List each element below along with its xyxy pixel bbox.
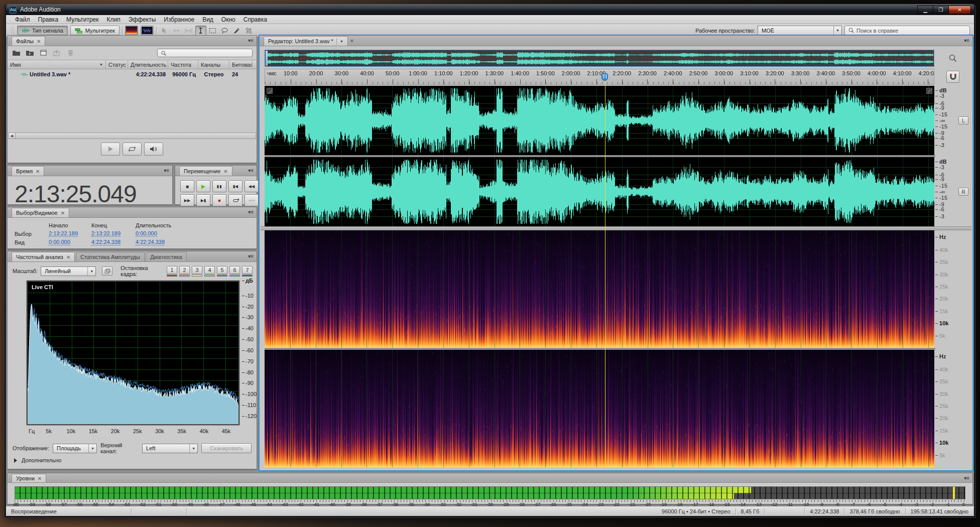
help-search-input[interactable]: Поиск в справке: [844, 26, 970, 35]
tab-Статистика Амплитуды[interactable]: Статистика Амплитуды: [76, 252, 145, 261]
spectrogram-right-channel[interactable]: [265, 350, 934, 467]
menu-Избранное[interactable]: Избранное: [160, 16, 198, 24]
hold-button-5[interactable]: 5: [217, 266, 227, 274]
panel-menu-icon[interactable]: ▾≡: [248, 168, 254, 173]
time-value-link[interactable]: 4:22:24.338: [136, 239, 165, 245]
menu-Клип[interactable]: Клип: [103, 16, 125, 24]
time-value-link[interactable]: 2:13:22.189: [49, 230, 78, 237]
tool-time-select[interactable]: [195, 26, 206, 36]
tool-brush[interactable]: [231, 26, 242, 36]
close-icon[interactable]: ✕: [38, 476, 42, 481]
hold-button-1[interactable]: 1: [167, 266, 177, 274]
time-value-link[interactable]: 0:00.000: [49, 239, 70, 245]
tool-lasso[interactable]: [219, 26, 230, 36]
tab-Диагностика[interactable]: Диагностика: [146, 252, 187, 261]
workspace-dropdown[interactable]: МОЁ ▼: [758, 26, 842, 35]
prev-button[interactable]: ▮◀: [228, 180, 242, 192]
tab-Частотный анализ[interactable]: Частотный анализ✕: [12, 252, 75, 261]
copy-graph-button[interactable]: [102, 267, 112, 276]
panel-menu-icon[interactable]: ▾≡: [248, 253, 254, 259]
loop-button[interactable]: [122, 143, 142, 156]
panel-menu-icon[interactable]: ▾≡: [964, 38, 969, 43]
top-channel-dropdown[interactable]: Left▼: [142, 444, 198, 453]
play-button[interactable]: ▶: [196, 180, 210, 192]
forward-button[interactable]: ▶▶: [180, 194, 194, 206]
column-Статус[interactable]: Статус: [106, 60, 128, 69]
column-Битовая[interactable]: Битовая: [229, 60, 253, 69]
spectral-view-button[interactable]: [125, 26, 138, 35]
zoom-icon[interactable]: [949, 54, 957, 62]
channel-R-button[interactable]: R: [958, 188, 968, 196]
close-icon[interactable]: ✕: [223, 169, 227, 174]
snap-magnet-button[interactable]: [946, 71, 959, 83]
close-icon[interactable]: ✕: [66, 254, 70, 260]
skip-button[interactable]: [244, 194, 259, 206]
hold-button-4[interactable]: 4: [204, 266, 215, 274]
menu-Вид[interactable]: Вид: [198, 16, 217, 24]
wave-spectral-splitter[interactable]: [261, 226, 971, 230]
advanced-expander[interactable]: Дополнительно: [14, 457, 61, 463]
toolbar-grip[interactable]: [11, 26, 14, 35]
waveform-right-channel[interactable]: [265, 157, 934, 226]
column-Частота[interactable]: Частота: [168, 60, 198, 69]
stop-button[interactable]: ■: [180, 180, 194, 192]
chevron-down-icon[interactable]: ▼: [340, 40, 343, 43]
tab-selection[interactable]: Выбор/Видимое✕: [12, 208, 69, 217]
tool-marquee[interactable]: [207, 26, 218, 36]
scrollbar-thumb[interactable]: [16, 133, 256, 139]
menu-Справка[interactable]: Справка: [239, 16, 271, 24]
minimize-button[interactable]: ▁: [917, 6, 933, 14]
close-button[interactable]: ✕: [948, 6, 971, 14]
waveform-type-button[interactable]: Тип сигнала: [17, 26, 68, 35]
files-hscrollbar[interactable]: ◀: [8, 133, 256, 139]
playhead-line[interactable]: [605, 82, 605, 467]
loop-button[interactable]: [228, 194, 242, 206]
column-Длительность[interactable]: Длительность: [128, 60, 168, 69]
overview-left-handle[interactable]: [266, 51, 268, 66]
tab-time[interactable]: Время✕: [12, 166, 44, 176]
tab-transport[interactable]: Перемещение✕: [179, 166, 232, 176]
new-file-icon[interactable]: [39, 49, 48, 57]
channel-L-button[interactable]: L: [958, 116, 968, 124]
tool-heal[interactable]: [243, 26, 255, 36]
scroll-left-icon[interactable]: ◀: [9, 133, 16, 139]
hold-button-7[interactable]: 7: [242, 266, 253, 274]
playhead-marker[interactable]: [601, 73, 608, 81]
waveform-view-button[interactable]: [141, 26, 154, 35]
close-icon[interactable]: ✕: [37, 39, 41, 44]
waveform-left-channel[interactable]: [265, 86, 934, 155]
panel-menu-icon[interactable]: ▾≡: [164, 168, 169, 173]
title-bar[interactable]: Au Adobe Audition ▁ ❐ ✕: [6, 4, 974, 15]
corner-widget-icon[interactable]: [267, 88, 273, 94]
autoplay-button[interactable]: [144, 143, 163, 156]
next-button[interactable]: ▶▮: [196, 194, 210, 206]
hold-button-6[interactable]: 6: [229, 266, 240, 274]
menu-Эффекты[interactable]: Эффекты: [125, 16, 160, 24]
panel-menu-icon[interactable]: ▾≡: [248, 38, 254, 43]
import-file-icon[interactable]: [25, 49, 34, 57]
maximize-button[interactable]: ❐: [933, 6, 948, 14]
tab-files[interactable]: Файлы✕: [12, 36, 45, 46]
level-meter[interactable]: [15, 486, 965, 499]
tab-editor[interactable]: Редактор: Untitled 3.wav * ▼: [264, 36, 348, 46]
rewind-button[interactable]: ◀◀: [244, 180, 259, 192]
column-Каналы[interactable]: Каналы: [198, 60, 229, 69]
menu-Файл[interactable]: Файл: [11, 16, 34, 24]
panel-menu-icon[interactable]: ▾≡: [964, 475, 969, 481]
menu-Правка[interactable]: Правка: [34, 16, 63, 24]
open-file-icon[interactable]: [12, 49, 21, 57]
scan-button[interactable]: Сканировать: [201, 443, 252, 453]
timeline-ruler[interactable]: чмс 10:0020:0030:0040:0050:001:00:001:10…: [265, 69, 934, 85]
time-value-link[interactable]: 0:00.000: [136, 230, 157, 237]
time-value-link[interactable]: 2:13:22.189: [91, 230, 120, 237]
files-search-input[interactable]: [157, 49, 253, 57]
menu-Окно[interactable]: Окно: [217, 16, 239, 24]
corner-widget-icon[interactable]: [926, 88, 932, 94]
tab-levels[interactable]: Уровни✕: [12, 474, 46, 482]
hold-button-2[interactable]: 2: [179, 266, 190, 274]
close-icon[interactable]: ✕: [350, 38, 354, 44]
menu-Мультитрек[interactable]: Мультитрек: [62, 16, 102, 24]
close-icon[interactable]: ✕: [36, 169, 40, 174]
file-row[interactable]: Untitled 3.wav *4:22:24.33896000 ГцСтере…: [8, 69, 257, 79]
close-icon[interactable]: ✕: [61, 210, 65, 216]
